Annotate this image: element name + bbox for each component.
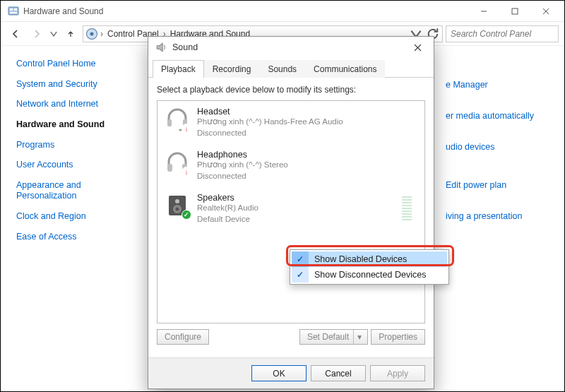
apply-button[interactable]: Apply [370, 365, 425, 381]
svg-rect-3 [10, 12, 17, 13]
nav-control-panel-home[interactable]: Control Panel Home [16, 59, 129, 70]
device-item-headset[interactable]: Headset Phương xinh (^-^) Hands-Free AG … [157, 101, 424, 144]
menu-item-label: Show Disabled Devices [309, 254, 447, 264]
svg-rect-17 [167, 164, 172, 172]
cancel-button[interactable]: Cancel [311, 365, 366, 381]
search-box[interactable] [446, 25, 559, 42]
speaker-icon [155, 41, 168, 54]
dialog-close-button[interactable] [405, 38, 429, 57]
menu-show-disconnected-devices[interactable]: ✓ Show Disconnected Devices [292, 267, 447, 283]
nav-hardware-and-sound[interactable]: Hardware and Sound [16, 119, 129, 131]
set-default-button[interactable]: Set Default ▾ [299, 329, 368, 345]
headphones-icon [165, 150, 190, 175]
device-item-speakers[interactable]: Speakers Realtek(R) Audio Default Device [157, 187, 424, 230]
ok-button[interactable]: OK [251, 365, 307, 381]
device-subtitle: Phương xinh (^-^) Hands-Free AG Audio [197, 117, 343, 128]
device-status: Disconnected [197, 128, 343, 139]
nav-user-accounts[interactable]: User Accounts [16, 160, 129, 171]
menu-show-disabled-devices[interactable]: ✓ Show Disabled Devices [292, 251, 447, 267]
nav-forward-button[interactable] [28, 25, 46, 43]
configure-button[interactable]: Configure [157, 329, 209, 345]
dialog-title: Sound [172, 42, 198, 52]
chevron-right-icon: › [100, 29, 103, 39]
nav-appearance-and-personalization[interactable]: Appearance and Personalization [16, 180, 129, 202]
check-icon: ✓ [292, 267, 309, 283]
nav-up-button[interactable] [61, 25, 80, 43]
device-status: Default Device [197, 214, 258, 225]
window-titlebar: Hardware and Sound [1, 1, 564, 22]
svg-point-9 [90, 32, 94, 35]
sound-dialog: Sound Playback Recording Sounds Communic… [148, 36, 434, 389]
headset-icon [165, 107, 190, 132]
control-panel-icon [8, 6, 19, 17]
set-default-label: Set Default [307, 332, 349, 342]
close-button[interactable] [530, 1, 561, 21]
link-manage-audio-devices[interactable]: udio devices [446, 142, 557, 152]
nav-clock-and-region[interactable]: Clock and Region [16, 211, 129, 222]
device-status: Disconnected [197, 171, 288, 182]
tab-recording[interactable]: Recording [204, 60, 260, 78]
link-edit-power-plan[interactable]: Edit power plan [446, 180, 557, 190]
volume-meter [402, 196, 412, 222]
device-item-headphones[interactable]: Headphones Phương xinh (^-^) Stereo Disc… [157, 144, 424, 187]
link-giving-a-presentation[interactable]: iving a presentation [446, 211, 557, 221]
nav-ease-of-access[interactable]: Ease of Access [16, 232, 129, 243]
nav-programs[interactable]: Programs [16, 140, 129, 151]
left-nav: Control Panel Home System and Security N… [1, 46, 135, 391]
device-subtitle: Phương xinh (^-^) Stereo [197, 160, 288, 171]
svg-point-22 [176, 208, 179, 211]
link-device-manager[interactable]: e Manager [446, 80, 557, 90]
device-subtitle: Realtek(R) Audio [197, 203, 258, 214]
svg-rect-1 [10, 8, 13, 11]
svg-rect-5 [512, 8, 518, 14]
context-menu: ✓ Show Disabled Devices ✓ Show Disconnec… [290, 249, 449, 285]
check-icon: ✓ [292, 251, 309, 267]
status-disconnected-icon [182, 124, 191, 133]
dialog-footer: OK Cancel Apply [148, 357, 434, 388]
tab-communications[interactable]: Communications [305, 60, 385, 78]
svg-rect-0 [8, 7, 18, 15]
link-autoplay-media[interactable]: er media automatically [446, 111, 557, 121]
nav-network-and-internet[interactable]: Network and Internet [16, 99, 129, 110]
device-name: Speakers [197, 193, 258, 203]
dialog-titlebar: Sound [148, 37, 434, 58]
search-input[interactable] [449, 28, 559, 40]
nav-history-dropdown[interactable] [49, 25, 59, 43]
menu-item-label: Show Disconnected Devices [309, 270, 447, 280]
control-panel-small-icon [85, 27, 99, 41]
minimize-button[interactable] [468, 1, 499, 21]
tab-playback[interactable]: Playback [153, 60, 204, 78]
properties-button[interactable]: Properties [371, 329, 425, 345]
svg-point-20 [175, 199, 179, 203]
svg-rect-2 [14, 8, 17, 11]
dialog-body: Select a playback device below to modify… [148, 78, 434, 350]
dialog-instruction: Select a playback device below to modify… [157, 85, 425, 95]
device-name: Headset [197, 107, 343, 117]
dialog-action-row: Configure Set Default ▾ Properties [157, 329, 425, 345]
device-name: Headphones [197, 150, 288, 160]
status-disconnected-icon [182, 167, 191, 177]
speakers-icon [165, 193, 190, 218]
device-list[interactable]: Headset Phương xinh (^-^) Hands-Free AG … [157, 100, 425, 323]
nav-back-button[interactable] [6, 25, 25, 43]
chevron-down-icon[interactable]: ▾ [353, 330, 364, 344]
maximize-button[interactable] [499, 1, 530, 21]
nav-system-and-security[interactable]: System and Security [16, 79, 129, 90]
dialog-tabs: Playback Recording Sounds Communications [148, 59, 434, 78]
status-default-icon [182, 210, 191, 220]
svg-rect-14 [167, 119, 172, 126]
window-title: Hardware and Sound [23, 6, 103, 16]
tab-sounds[interactable]: Sounds [259, 60, 305, 78]
